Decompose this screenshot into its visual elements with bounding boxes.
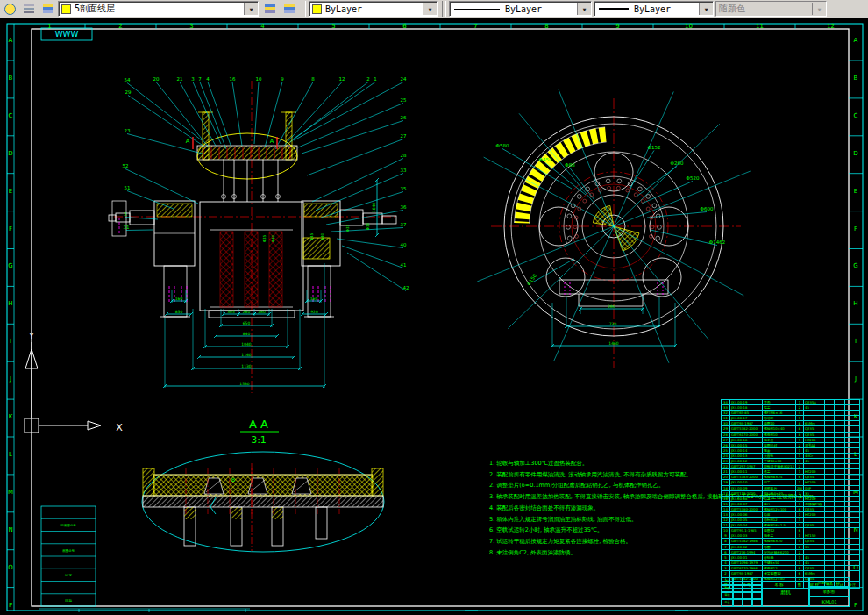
dim-text: 1040 bbox=[241, 342, 252, 347]
right-view bbox=[491, 98, 741, 368]
zone-number: 3 bbox=[189, 23, 193, 30]
chevron-down-icon[interactable]: ▼ bbox=[244, 3, 258, 15]
dim-label: Φ88 bbox=[565, 162, 575, 168]
zone-letter: D bbox=[853, 150, 857, 157]
balloon-number: 2 bbox=[366, 76, 370, 82]
zone-letter: C bbox=[854, 112, 858, 119]
dim-text: 305 bbox=[227, 310, 235, 314]
layers-icon bbox=[24, 4, 34, 13]
zone-number: 6 bbox=[402, 23, 407, 30]
drawing-code: JKML01 bbox=[808, 596, 850, 607]
title-block: 设计制图审核工艺 磨机 JX4MJ07—19 装配图 JKML01 bbox=[721, 577, 849, 606]
zone-letter: L bbox=[9, 451, 12, 458]
chevron-down-icon[interactable]: ▼ bbox=[699, 3, 713, 15]
layer-states-button[interactable] bbox=[1, 1, 18, 17]
detail-marker: B bbox=[231, 476, 235, 483]
zone-letter: J bbox=[9, 375, 11, 383]
dim-text: 920 bbox=[310, 310, 318, 314]
zone-letter: F bbox=[9, 225, 12, 232]
zone-letter: C bbox=[9, 112, 13, 119]
balloon-number: 4 bbox=[206, 76, 210, 82]
chevron-down-icon[interactable]: ▼ bbox=[577, 3, 591, 15]
zone-letter: A bbox=[9, 37, 13, 44]
dim-label: Φ600 bbox=[701, 206, 714, 211]
balloon-number: 33 bbox=[401, 168, 407, 173]
balloon-number: 54 bbox=[125, 77, 131, 82]
parts-list: 34JX4.00-19罩壳1Q235A33JX4.00-18端盖24532GB/… bbox=[721, 399, 860, 589]
zone-letter: K bbox=[9, 413, 13, 420]
dim-text: Φ40 bbox=[320, 232, 324, 240]
zone-number: 5 bbox=[331, 23, 335, 30]
border-table bbox=[41, 506, 96, 606]
zone-letter: M bbox=[8, 489, 13, 496]
lineweight-combo-value: ByLayer bbox=[634, 4, 671, 14]
signature-grid: 设计制图审核工艺 bbox=[721, 577, 761, 605]
make-object-layer-current-icon bbox=[265, 4, 275, 13]
dim-text: Φ45 bbox=[309, 232, 314, 240]
linetype-combo[interactable]: ByLayer ▼ bbox=[449, 1, 592, 17]
color-combo[interactable]: ByLayer ▼ bbox=[309, 1, 438, 17]
layer-combo[interactable]: 5剖面线层 ▼ bbox=[58, 1, 259, 17]
zone-letter: B bbox=[854, 75, 858, 82]
border-table-label: 签 字 bbox=[65, 574, 73, 577]
balloon-number: 40 bbox=[401, 242, 407, 247]
dim-text: 1460 bbox=[608, 341, 619, 346]
dim-label: Φ580 bbox=[496, 143, 509, 148]
zone-letter: E bbox=[854, 188, 857, 195]
dim-text: 650 bbox=[243, 321, 251, 325]
dim-text: 730 bbox=[609, 322, 617, 326]
plotstyle-combo: 随颜色 ▼ bbox=[715, 1, 827, 17]
layer-previous-button[interactable] bbox=[281, 1, 298, 17]
layer-properties-button[interactable] bbox=[39, 1, 57, 17]
balloon-number: 27 bbox=[401, 133, 407, 139]
layers-button[interactable] bbox=[20, 1, 38, 17]
zone-letter: P bbox=[854, 602, 857, 609]
toolbar: 5剖面线层 ▼ ByLayer ▼ ByLayer ▼ ByLayer ▼ 随颜… bbox=[0, 0, 868, 18]
color-combo-value: ByLayer bbox=[325, 4, 362, 14]
balloon-number: 7 bbox=[198, 76, 202, 82]
ucs-y-label: Y bbox=[28, 332, 34, 340]
balloon-number: 26 bbox=[401, 115, 407, 120]
toolbar-separator bbox=[302, 1, 306, 17]
balloon-number: 24 bbox=[401, 76, 407, 82]
balloon-number: 31 bbox=[124, 225, 130, 230]
layer-color-swatch bbox=[61, 4, 71, 14]
zone-number: 10 bbox=[685, 23, 693, 30]
dim-text: Φ30 bbox=[366, 222, 370, 230]
dim-text: 280 bbox=[243, 310, 251, 314]
dim-text: Φ40 bbox=[271, 234, 275, 242]
zone-letter: H bbox=[8, 300, 12, 307]
balloon-number: 21 bbox=[177, 76, 183, 82]
zone-number: 4 bbox=[260, 23, 265, 30]
zone-letter: A bbox=[854, 37, 858, 44]
linetype-combo-value: ByLayer bbox=[505, 4, 542, 14]
dim-text: 1130 bbox=[241, 364, 252, 368]
zone-number: 12 bbox=[827, 23, 835, 30]
linetype-sample-icon bbox=[454, 9, 500, 10]
dim-label: Φ520 bbox=[687, 175, 700, 181]
balloon-number: 1 bbox=[374, 76, 377, 82]
balloon-number: 25 bbox=[401, 97, 407, 103]
section-title: A-A bbox=[249, 418, 268, 431]
zone-letter: O bbox=[8, 564, 13, 571]
zone-letter: F bbox=[854, 225, 857, 232]
balloon-number: 28 bbox=[401, 153, 407, 158]
dim-text: Φ35 bbox=[262, 234, 267, 242]
zone-letter: D bbox=[8, 150, 12, 157]
border-table-label: 底图总号 bbox=[62, 549, 75, 553]
lineweight-combo[interactable]: ByLayer ▼ bbox=[594, 1, 714, 17]
dim-text: 840 bbox=[243, 332, 251, 336]
dim-text: 160 bbox=[175, 297, 183, 301]
zone-letter: I bbox=[855, 338, 857, 345]
chevron-down-icon[interactable]: ▼ bbox=[423, 3, 437, 15]
make-object-layer-current-button[interactable] bbox=[261, 1, 279, 17]
ucs-x-label: X bbox=[116, 422, 123, 433]
dim-text: 1530 bbox=[239, 382, 250, 386]
border-table-label: 旧底图总号 bbox=[60, 524, 76, 527]
section-cut-label: A bbox=[270, 138, 274, 145]
zone-number: 2 bbox=[118, 23, 122, 30]
part-name: 磨机 bbox=[761, 577, 810, 607]
dim-text: 160 bbox=[310, 297, 318, 301]
layer-combo-value: 5剖面线层 bbox=[75, 3, 115, 15]
zone-letter: E bbox=[9, 188, 12, 195]
